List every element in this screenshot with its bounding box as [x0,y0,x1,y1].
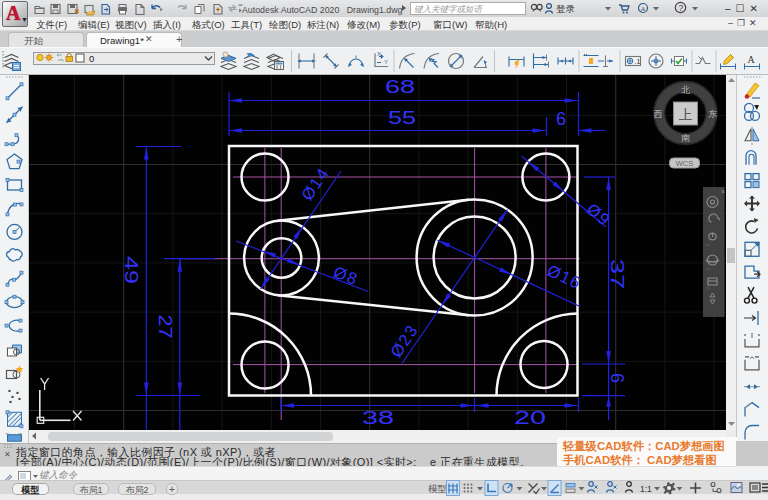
svg-text:西: 西 [654,109,663,119]
svg-text:WCS: WCS [676,159,694,168]
svg-text:49: 49 [121,256,141,284]
svg-text:Ø14: Ø14 [298,164,333,204]
svg-text:37: 37 [607,259,627,289]
svg-text:Ø23: Ø23 [387,321,422,361]
svg-text:Ø9: Ø9 [583,199,614,229]
svg-text:38: 38 [362,408,394,428]
svg-text:上: 上 [679,107,693,122]
svg-text:6: 6 [556,109,569,129]
svg-text:20: 20 [514,408,546,428]
svg-text:6: 6 [607,373,627,386]
svg-text:Ø8: Ø8 [331,263,361,289]
svg-text:27: 27 [155,315,175,339]
svg-text:×: × [721,188,725,195]
svg-text:68: 68 [385,77,415,97]
svg-text:55: 55 [388,108,416,128]
svg-text:南: 南 [681,133,690,143]
svg-text:东: 东 [708,109,718,119]
svg-text:北: 北 [681,85,690,95]
